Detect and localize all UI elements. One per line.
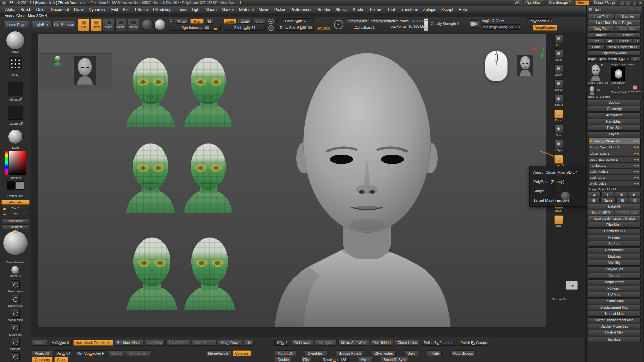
make-polymesh3d-button[interactable]: Make PolyMesh3D <box>605 44 641 50</box>
section-header[interactable]: Contact <box>588 273 641 279</box>
stroke-curve-icon[interactable] <box>268 19 274 24</box>
menu-item[interactable]: Document <box>48 6 72 13</box>
section-header[interactable]: Geometry HD <box>588 228 641 234</box>
section-header[interactable]: Display Properties <box>588 324 641 329</box>
bottom-button[interactable]: MergeVisible <box>205 350 231 356</box>
layer-intensity-dot[interactable] <box>634 177 636 178</box>
draw-size-slider[interactable]: Draw Size 64.88109 <box>276 25 315 31</box>
bottom-button[interactable]: Morph UV <box>275 350 296 356</box>
right-shelf-button[interactable]: AAHalf <box>553 95 564 107</box>
menu-item[interactable]: Transform <box>397 6 421 13</box>
expression-thumbnails[interactable] <box>53 55 70 90</box>
layer-row[interactable]: Look_Right 1 <box>589 169 640 174</box>
rgb-intensity-slider[interactable]: Rgb Intensity 100 <box>170 25 221 31</box>
menu-item[interactable]: Zplugin <box>421 6 439 13</box>
basic-material-icon[interactable] <box>3 231 28 255</box>
bottom-button[interactable]: Import <box>32 340 47 346</box>
bottom-button[interactable]: MidValue 0 <box>49 340 72 346</box>
menus-button[interactable]: Menus <box>575 0 589 5</box>
replay-last-button[interactable]: ReplayLast <box>347 18 369 23</box>
brush-icon[interactable] <box>11 338 20 347</box>
accucurve-button[interactable]: AccuCurve <box>1 218 30 223</box>
palette-tab[interactable]: Geometry <box>32 357 53 362</box>
section-header[interactable]: Unified Skin <box>588 330 641 336</box>
base-tool-thumbnail[interactable]: 13 <box>588 85 596 95</box>
section-header[interactable]: Vector Displacement Map <box>588 317 641 323</box>
brush-icon[interactable] <box>11 352 20 361</box>
alternate-button[interactable]: Alternate <box>1 200 30 205</box>
layer-intensity-dot[interactable] <box>634 159 636 160</box>
smart-stroke-icon[interactable] <box>268 25 274 31</box>
layer-next-icon[interactable] <box>628 192 641 197</box>
layer-row[interactable]: Wink_Left 1 <box>589 181 640 186</box>
current-stroke-sphere-icon[interactable] <box>154 19 166 31</box>
section-header[interactable]: Polypaint <box>588 286 641 291</box>
home-page-button[interactable]: Home Page <box>3 21 29 28</box>
section-header[interactable]: Surface <box>588 241 641 247</box>
current-brush-icon[interactable] <box>142 19 153 31</box>
right-shelf-button[interactable]: Persp <box>553 110 564 122</box>
mode-button[interactable]: Rotate <box>128 19 139 31</box>
bottom-button[interactable]: LazyStep <box>145 340 165 346</box>
palette-pin-icon[interactable] <box>631 8 634 11</box>
section-header[interactable]: UV Map <box>588 292 641 298</box>
bottom-button[interactable]: Mirror And Weld <box>338 340 369 346</box>
brush-icon[interactable] <box>11 309 20 318</box>
bottom-button[interactable]: LazyRadius <box>166 340 190 346</box>
right-shelf-button[interactable]: Floor <box>553 125 564 137</box>
section-header[interactable]: Initialize <box>588 337 641 342</box>
move-brush-icon[interactable] <box>6 31 25 50</box>
layer-row[interactable]: Close_Eyes 1 <box>589 150 640 156</box>
alpha-preview-icon[interactable] <box>334 20 343 29</box>
bottom-button[interactable]: Split Screen <box>126 350 150 356</box>
base-head-thumbnail[interactable] <box>74 56 96 85</box>
ac-button[interactable]: AC <box>513 0 522 5</box>
bottom-button[interactable]: Del Hidden <box>371 340 393 346</box>
focal-shift-slider[interactable]: Focal Shift 51 <box>276 18 315 23</box>
brush-icon[interactable] <box>11 280 20 289</box>
brush-slot[interactable]: SmoothValleys <box>0 352 31 362</box>
menu-item[interactable]: Draw <box>71 6 86 13</box>
section-header[interactable]: Geometry <box>588 106 641 112</box>
fill-object-button[interactable]: FillObject <box>1 224 30 229</box>
import-tool-button[interactable]: Import <box>588 32 614 38</box>
bottom-button[interactable]: ProjectAll <box>32 350 52 356</box>
paste-tool-button[interactable]: Paste Tool <box>615 26 641 32</box>
bottom-button[interactable]: Del Lower <box>292 340 313 346</box>
layer-intensity-dot[interactable] <box>634 140 636 142</box>
color-profile-icon[interactable] <box>626 1 630 5</box>
bottom-button[interactable]: Smart ReSym <box>381 357 408 362</box>
zsub-button[interactable]: Zsub <box>238 19 252 24</box>
bottom-button[interactable]: SDiv 4 <box>274 340 290 346</box>
bottom-button[interactable]: BackfaceMask <box>115 340 143 346</box>
bottom-button[interactable]: Inflate <box>427 350 442 356</box>
bottom-button[interactable]: Split Hidden <box>192 340 216 346</box>
rgb-button[interactable]: Rgb <box>190 19 204 24</box>
layer-visibility-icon[interactable] <box>637 146 639 149</box>
layer-intensity-dot[interactable] <box>634 146 636 148</box>
layer-new-icon[interactable] <box>588 198 600 203</box>
section-header[interactable]: Morph Target <box>588 279 641 285</box>
menu-item[interactable]: Picker <box>272 6 288 13</box>
import-mdd-button[interactable]: Import MDD <box>588 210 614 215</box>
layer-delete-icon[interactable] <box>629 198 641 203</box>
obj-shadow-slider[interactable]: ObjShadow 0.3 <box>526 18 553 23</box>
context-menu-item-polypaint[interactable]: PolyPaint (Empty) <box>530 177 590 186</box>
mode-button[interactable]: Edit <box>78 19 89 31</box>
mode-button[interactable]: Scale <box>115 19 126 31</box>
bottom-button[interactable]: Double <box>275 357 291 362</box>
z-intensity-slider[interactable]: Z Intensity 51 <box>224 25 266 31</box>
layer-move-down-icon[interactable] <box>601 192 614 197</box>
dynamic-badge[interactable]: Dynamic <box>317 26 331 30</box>
sculpt-head[interactable] <box>266 47 458 328</box>
mrgb-button[interactable]: Mrgb <box>175 19 189 24</box>
menu-item[interactable]: Help <box>456 6 469 13</box>
context-menu-item-shape[interactable]: Shape <box>530 186 590 196</box>
quicksave-button[interactable]: QuickSave <box>524 0 544 5</box>
brush-slot[interactable]: SelectLasso <box>0 280 31 293</box>
bottom-button[interactable]: MergeDown <box>218 340 242 346</box>
camera-icon[interactable] <box>469 20 479 28</box>
brush-icon[interactable] <box>11 323 20 332</box>
menu-item[interactable]: I-Modeling <box>150 6 174 13</box>
gravity-vertical-slider[interactable] <box>424 18 428 31</box>
